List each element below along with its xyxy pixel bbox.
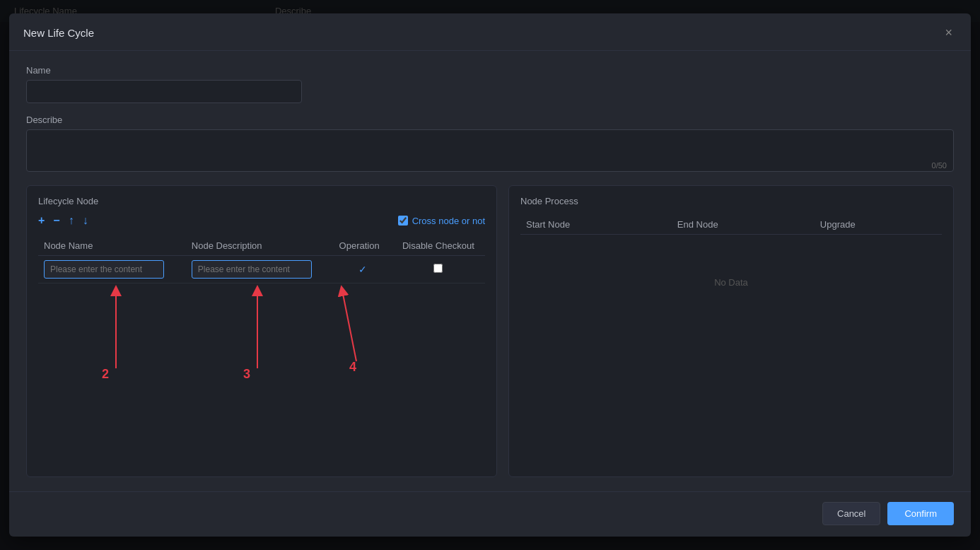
name-label: Name (26, 65, 954, 76)
process-table: Start Node End Node Upgrade No Data (520, 215, 942, 330)
svg-line-2 (342, 291, 356, 361)
cross-node-text: Cross node or not (412, 216, 485, 226)
lifecycle-node-title: Lifecycle Node (38, 196, 485, 206)
arrows-svg (38, 283, 485, 467)
add-node-button[interactable]: + (38, 215, 45, 226)
describe-field-group: Describe 0/50 (26, 115, 954, 174)
disable-checkout-checkbox[interactable] (433, 264, 443, 273)
node-process-title: Node Process (520, 196, 942, 206)
col-disable-header: Disable Checkout (392, 236, 485, 256)
col-upgrade-header: Upgrade (815, 215, 942, 235)
describe-wrapper: 0/50 (26, 129, 954, 174)
col-start-node-header: Start Node (520, 215, 672, 235)
col-node-desc-header: Node Description (186, 236, 334, 256)
node-desc-input[interactable] (192, 260, 312, 279)
cancel-button[interactable]: Cancel (822, 502, 880, 525)
col-end-node-header: End Node (672, 215, 815, 235)
modal-footer: Cancel Confirm (9, 491, 971, 537)
modal-body: Name Describe 0/50 Lifecycle Node + (9, 51, 971, 491)
disable-checkout-cell (392, 256, 485, 283)
annotation-label-3: 3 (243, 367, 250, 382)
node-name-input[interactable] (44, 260, 164, 279)
cross-node-label[interactable]: Cross node or not (398, 216, 485, 226)
node-desc-cell (186, 256, 334, 283)
move-up-button[interactable]: ↑ (69, 215, 74, 226)
name-input[interactable] (26, 80, 302, 103)
move-down-button[interactable]: ↓ (83, 215, 88, 226)
modal-header: New Life Cycle × (9, 13, 971, 51)
confirm-button[interactable]: Confirm (887, 502, 954, 525)
node-table: Node Name Node Description Operation Dis… (38, 236, 485, 283)
table-row: ✓ (38, 256, 485, 283)
panels-container: Lifecycle Node + − ↑ ↓ Cross node or not (26, 185, 954, 477)
annotation-area: 2 3 4 (38, 283, 485, 467)
modal-title: New Life Cycle (23, 27, 94, 39)
node-process-panel: Node Process Start Node End Node Upgrade (508, 185, 954, 477)
node-name-cell (38, 256, 186, 283)
annotation-label-4: 4 (349, 360, 356, 375)
confirm-row-icon[interactable]: ✓ (358, 264, 367, 275)
modal-dialog: New Life Cycle × Name Describe 0/50 (9, 13, 971, 537)
node-toolbar: + − ↑ ↓ Cross node or not (38, 215, 485, 226)
operation-cell: ✓ (334, 256, 392, 283)
col-node-name-header: Node Name (38, 236, 186, 256)
annotation-label-2: 2 (102, 367, 109, 382)
modal-overlay: New Life Cycle × Name Describe 0/50 (0, 0, 980, 550)
name-field-group: Name (26, 65, 954, 103)
col-operation-header: Operation (334, 236, 392, 256)
remove-node-button[interactable]: − (53, 215, 59, 226)
cross-node-checkbox[interactable] (398, 216, 408, 226)
no-data-row: No Data (520, 235, 942, 331)
no-data-text: No Data (520, 235, 942, 331)
describe-textarea[interactable] (26, 129, 954, 172)
close-button[interactable]: × (940, 25, 957, 40)
describe-label: Describe (26, 115, 954, 125)
char-count: 0/50 (932, 161, 947, 170)
lifecycle-node-panel: Lifecycle Node + − ↑ ↓ Cross node or not (26, 185, 497, 477)
